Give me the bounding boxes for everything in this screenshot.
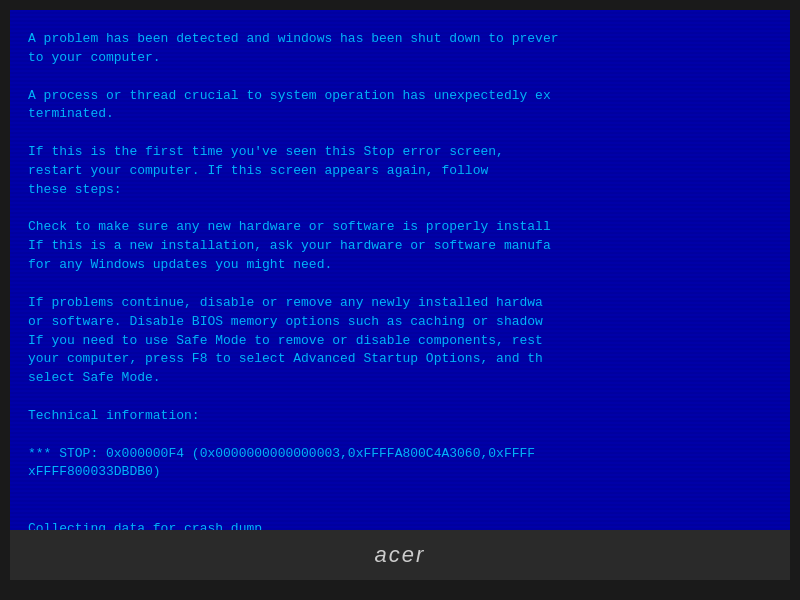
brand-logo: acer (375, 542, 426, 568)
bsod-screen: A problem has been detected and windows … (10, 10, 790, 530)
bsod-text: A problem has been detected and windows … (28, 30, 772, 530)
monitor-bezel: A problem has been detected and windows … (0, 0, 800, 600)
monitor-bottom-bar: acer (10, 530, 790, 580)
